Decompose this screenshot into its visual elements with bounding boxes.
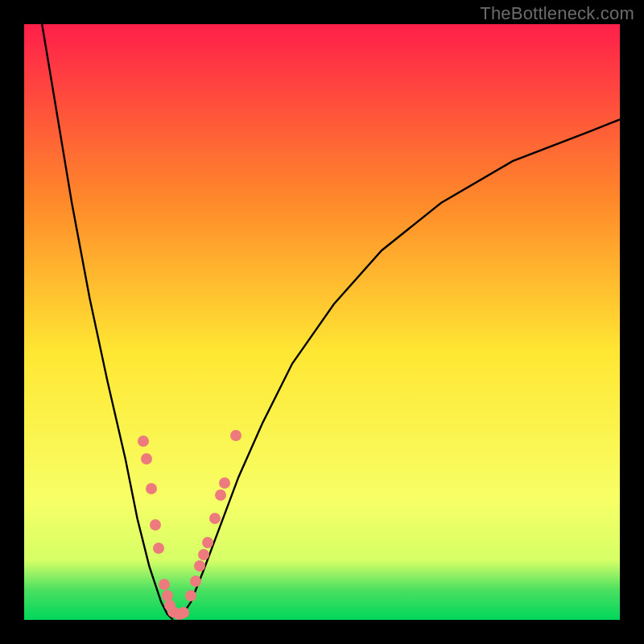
scatter-dot	[146, 483, 157, 494]
plot-area	[24, 24, 620, 620]
scatter-dot	[138, 436, 149, 447]
bottleneck-curve	[24, 24, 620, 620]
scatter-dot	[159, 579, 170, 590]
scatter-dot	[190, 576, 201, 587]
scatter-dot	[198, 549, 209, 560]
scatter-dot	[150, 519, 161, 530]
chart-frame: TheBottleneck.com	[0, 0, 644, 644]
scatter-dot	[202, 537, 213, 548]
scatter-dot	[219, 477, 230, 489]
scatter-dot	[230, 430, 242, 441]
watermark-text: TheBottleneck.com	[480, 3, 634, 24]
scatter-dot	[209, 513, 221, 524]
scatter-dot	[215, 489, 226, 501]
scatter-dot	[141, 453, 152, 464]
